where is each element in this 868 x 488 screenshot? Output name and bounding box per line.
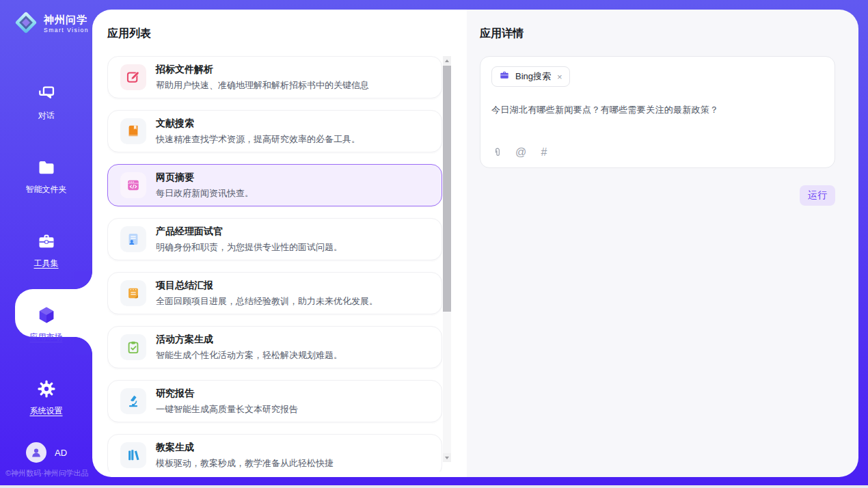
arrow-up-icon xyxy=(445,59,449,62)
app-detail-title: 应用详情 xyxy=(480,27,524,41)
list-item-title: 招标文件解析 xyxy=(156,64,369,76)
list-item[interactable]: 教案生成 模板驱动，教案秒成，教学准备从此轻松快捷 xyxy=(107,434,442,472)
brand-name: 神州问学 xyxy=(44,14,89,26)
brand-logo: 神州问学 Smart Vision xyxy=(14,10,89,38)
sidebar-item-1[interactable]: 对话 xyxy=(0,66,92,139)
app-detail-panel: 应用详情 Bing搜索 × 今日湖北有哪些新闻要点？有哪些需要关注的最新政策？ xyxy=(467,10,858,477)
clipboard-check-icon xyxy=(120,334,146,360)
list-item-desc: 一键智能生成高质量长文本研究报告 xyxy=(156,403,298,416)
list-item-desc: 快速精准查找学术资源，提高研究效率的必备工具。 xyxy=(156,133,360,146)
books-icon xyxy=(120,442,146,468)
tool-tag[interactable]: Bing搜索 × xyxy=(491,66,570,87)
user-name: AD xyxy=(55,448,67,458)
sidebar-item-label: 应用市场 xyxy=(30,331,63,343)
scroll-up-button[interactable] xyxy=(443,56,451,65)
list-item-desc: 每日政府新闻资讯快查。 xyxy=(156,187,254,200)
paperclip-icon[interactable] xyxy=(491,146,504,159)
list-item-desc: 智能生成个性化活动方案，轻松解决规划难题。 xyxy=(156,349,342,362)
browser-code-icon xyxy=(120,172,146,198)
list-item-desc: 模板驱动，教案秒成，教学准备从此轻松快捷 xyxy=(156,457,334,470)
list-item[interactable]: 网页摘要 每日政府新闻资讯快查。 xyxy=(107,164,442,206)
sidebar-item-2[interactable]: 智能文件夹 xyxy=(0,139,92,213)
list-item-desc: 帮助用户快速、准确地理解和解析招标书中的关键信息 xyxy=(156,79,369,92)
prompt-card[interactable]: Bing搜索 × 今日湖北有哪些新闻要点？有哪些需要关注的最新政策？ @ # xyxy=(480,56,835,168)
interviewer-icon xyxy=(120,226,146,252)
list-item-desc: 全面回顾项目进展，总结经验教训，助力未来优化发展。 xyxy=(156,295,378,308)
avatar[interactable] xyxy=(26,442,46,463)
user-row[interactable]: AD xyxy=(26,442,67,463)
chat-icon xyxy=(36,83,57,104)
tool-tag-label: Bing搜索 xyxy=(515,70,551,83)
list-item[interactable]: 文献搜索 快速精准查找学术资源，提高研究效率的必备工具。 xyxy=(107,110,442,152)
arrow-down-icon xyxy=(445,457,449,459)
briefcase-icon xyxy=(499,70,510,83)
brand-subtitle: Smart Vision xyxy=(44,27,89,33)
sidebar-item-4[interactable]: 应用市场 xyxy=(0,287,92,361)
tag-close-icon[interactable]: × xyxy=(557,72,562,82)
hash-icon[interactable]: # xyxy=(538,146,550,159)
brand-diamond-icon xyxy=(14,10,38,38)
list-item-title: 教案生成 xyxy=(156,442,334,454)
attachment-toolbar: @ # xyxy=(491,146,550,159)
list-item-title: 项目总结汇报 xyxy=(156,280,378,292)
person-icon xyxy=(30,446,42,459)
gear-icon xyxy=(36,379,57,399)
at-icon[interactable]: @ xyxy=(515,146,527,159)
sidebar-item-label: 系统设置 xyxy=(30,405,63,417)
list-item-title: 文献搜索 xyxy=(156,118,360,130)
content-area: 应用列表 招标文件解析 帮助用户快速、准确地理解和解析招标书中的关键信息 文献搜… xyxy=(92,10,858,477)
list-item-title: 产品经理面试官 xyxy=(156,226,342,238)
scrollbar[interactable] xyxy=(443,56,451,462)
app-frame: 神州问学 Smart Vision 对话 智能文件夹 工具集 应用市场 系统设置 xyxy=(0,0,868,485)
app-list: 招标文件解析 帮助用户快速、准确地理解和解析招标书中的关键信息 文献搜索 快速精… xyxy=(107,56,442,472)
edit-icon xyxy=(120,64,146,90)
app-list-title: 应用列表 xyxy=(107,27,151,41)
sidebar: 神州问学 Smart Vision 对话 智能文件夹 工具集 应用市场 系统设置 xyxy=(0,0,92,485)
scrollbar-thumb[interactable] xyxy=(443,66,451,312)
app-list-panel: 应用列表 招标文件解析 帮助用户快速、准确地理解和解析招标书中的关键信息 文献搜… xyxy=(92,10,467,477)
list-item-desc: 明确身份和职责，为您提供专业性的面试问题。 xyxy=(156,241,342,254)
folder-icon xyxy=(36,157,57,178)
sidebar-item-label: 工具集 xyxy=(34,258,59,269)
run-button[interactable]: 运行 xyxy=(800,185,835,206)
sidebar-item-label: 智能文件夹 xyxy=(26,184,67,195)
list-item-title: 网页摘要 xyxy=(156,172,254,184)
list-item[interactable]: 项目总结汇报 全面回顾项目进展，总结经验教训，助力未来优化发展。 xyxy=(107,272,442,314)
list-item-title: 活动方案生成 xyxy=(156,334,342,346)
scroll-down-button[interactable] xyxy=(443,453,451,462)
list-item[interactable]: 研究报告 一键智能生成高质量长文本研究报告 xyxy=(107,380,442,422)
microscope-icon xyxy=(120,388,146,414)
cube-icon xyxy=(36,305,57,325)
prompt-text[interactable]: 今日湖北有哪些新闻要点？有哪些需要关注的最新政策？ xyxy=(491,104,824,116)
list-item[interactable]: 活动方案生成 智能生成个性化活动方案，轻松解决规划难题。 xyxy=(107,326,442,368)
book-icon xyxy=(120,118,146,144)
list-item[interactable]: 产品经理面试官 明确身份和职责，为您提供专业性的面试问题。 xyxy=(107,218,442,260)
copyright-text: ©神州数码·神州问学出品 xyxy=(5,468,89,478)
note-icon xyxy=(120,280,146,306)
sidebar-item-label: 对话 xyxy=(38,110,55,122)
list-item-title: 研究报告 xyxy=(156,388,298,400)
toolbox-icon xyxy=(36,231,57,252)
list-item[interactable]: 招标文件解析 帮助用户快速、准确地理解和解析招标书中的关键信息 xyxy=(107,56,442,98)
sidebar-item-5[interactable]: 系统设置 xyxy=(0,361,92,435)
